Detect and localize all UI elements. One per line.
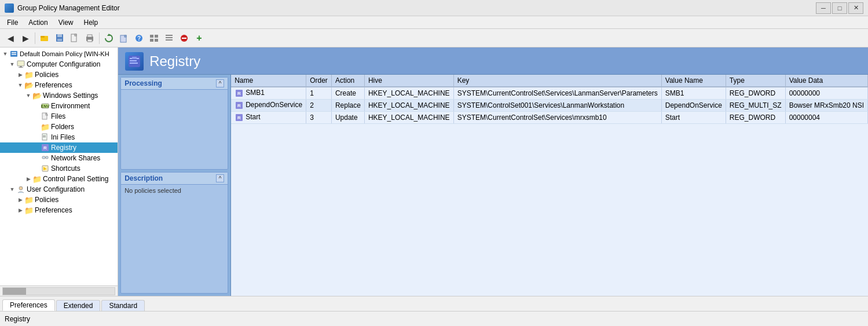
col-value-name[interactable]: Value Name bbox=[661, 75, 726, 87]
tree-item-folders[interactable]: 📁 Folders bbox=[0, 122, 118, 132]
tree-label-upol: Policies bbox=[35, 196, 58, 204]
close-button[interactable]: ✕ bbox=[848, 2, 863, 14]
svg-rect-40 bbox=[42, 156, 45, 159]
save-button[interactable] bbox=[53, 31, 67, 45]
menu-item-action[interactable]: Action bbox=[24, 17, 52, 28]
tree-hscrollbar[interactable] bbox=[0, 285, 118, 296]
open-button[interactable] bbox=[38, 31, 52, 45]
cell-name: RDependOnService bbox=[231, 100, 306, 112]
expand-icon-cp[interactable]: ▶ bbox=[24, 175, 32, 183]
tree-item-files[interactable]: Files bbox=[0, 111, 118, 122]
tree-item-user-preferences[interactable]: ▶ 📁 Preferences bbox=[0, 205, 118, 215]
content-area: Processing ^ Description ^ No policies s… bbox=[118, 75, 868, 296]
tree-item-preferences-cc[interactable]: ▼ 📂 Preferences bbox=[0, 80, 118, 90]
tree-item-user-policies[interactable]: ▶ 📁 Policies bbox=[0, 195, 118, 205]
svg-rect-17 bbox=[150, 39, 153, 42]
svg-rect-1 bbox=[41, 36, 45, 38]
left-panel: ▼ Default Domain Policy [WIN-KH ▼ Comput… bbox=[0, 47, 118, 296]
tree-item-control-panel[interactable]: ▶ 📁 Control Panel Setting bbox=[0, 174, 118, 184]
refresh-button[interactable] bbox=[102, 31, 116, 45]
svg-text:R: R bbox=[43, 145, 47, 151]
registry-title: Registry bbox=[149, 53, 200, 69]
menu-item-help[interactable]: Help bbox=[79, 17, 103, 28]
expand-icon-cc[interactable]: ▼ bbox=[8, 60, 16, 68]
table-row[interactable]: RSMB1 1 Create HKEY_LOCAL_MACHINE SYSTEM… bbox=[231, 87, 867, 100]
expand-icon-uc[interactable]: ▼ bbox=[8, 185, 16, 193]
expand-icon-pol[interactable]: ▶ bbox=[16, 71, 24, 79]
tab-preferences[interactable]: Preferences bbox=[2, 299, 55, 311]
svg-rect-28 bbox=[17, 61, 24, 66]
tree-label-files: Files bbox=[51, 112, 65, 120]
description-section: Description ^ No policies selected bbox=[120, 172, 228, 294]
add-button[interactable]: + bbox=[192, 31, 206, 45]
hscroll-thumb[interactable] bbox=[3, 288, 26, 295]
new-button[interactable] bbox=[68, 31, 82, 45]
print-button[interactable] bbox=[83, 31, 97, 45]
status-text: Registry bbox=[5, 315, 30, 323]
right-panel: Registry Processing ^ Descripti bbox=[118, 47, 868, 296]
status-bar: Registry bbox=[0, 311, 868, 326]
tree-item-user-config[interactable]: ▼ User Configuration bbox=[0, 184, 118, 195]
processing-collapse-btn[interactable]: ^ bbox=[216, 79, 224, 87]
svg-rect-36 bbox=[43, 135, 46, 136]
cell-action: Create bbox=[331, 87, 364, 100]
tree-item-registry[interactable]: R Registry bbox=[0, 142, 118, 153]
tree-item-shortcuts[interactable]: Shortcuts bbox=[0, 163, 118, 174]
expand-icon-root[interactable]: ▼ bbox=[1, 50, 9, 58]
col-value-data[interactable]: Value Data bbox=[785, 75, 867, 87]
col-hive[interactable]: Hive bbox=[364, 75, 453, 87]
col-name[interactable]: Name bbox=[231, 75, 306, 87]
cell-order: 1 bbox=[306, 87, 332, 100]
maximize-button[interactable]: □ bbox=[832, 2, 847, 14]
menu-item-view[interactable]: View bbox=[54, 17, 78, 28]
hscroll-track[interactable] bbox=[2, 287, 115, 295]
menu-item-file[interactable]: File bbox=[2, 17, 23, 28]
tree-label-cc: Computer Configuration bbox=[27, 60, 100, 68]
col-type[interactable]: Type bbox=[726, 75, 785, 87]
expand-icon-sc bbox=[32, 164, 41, 173]
expand-icon-upref[interactable]: ▶ bbox=[16, 206, 24, 214]
table-row[interactable]: RDependOnService 2 Replace HKEY_LOCAL_MA… bbox=[231, 100, 867, 112]
details-button[interactable] bbox=[162, 31, 176, 45]
col-action[interactable]: Action bbox=[331, 75, 364, 87]
tree-item-policies[interactable]: ▶ 📁 Policies bbox=[0, 69, 118, 80]
col-key[interactable]: Key bbox=[453, 75, 661, 87]
tree-item-root[interactable]: ▼ Default Domain Policy [WIN-KH bbox=[0, 49, 118, 59]
table-row[interactable]: RStart 3 Update HKEY_LOCAL_MACHINE SYSTE… bbox=[231, 112, 867, 124]
block-button[interactable] bbox=[177, 31, 191, 45]
tab-extended[interactable]: Extended bbox=[56, 300, 101, 311]
svg-text:R: R bbox=[237, 103, 241, 108]
col-order[interactable]: Order bbox=[306, 75, 332, 87]
svg-rect-8 bbox=[87, 35, 92, 37]
cell-type: REG_MULTI_SZ bbox=[726, 100, 785, 112]
tree-item-network-shares[interactable]: Network Shares bbox=[0, 153, 118, 163]
view-button[interactable] bbox=[147, 31, 161, 45]
description-collapse-btn[interactable]: ^ bbox=[216, 174, 224, 182]
tree-label-sc: Shortcuts bbox=[51, 164, 80, 173]
folder-icon-ws: 📂 bbox=[32, 91, 42, 100]
tree-item-computer-config[interactable]: ▼ Computer Configuration bbox=[0, 59, 118, 69]
cell-name: RStart bbox=[231, 112, 306, 124]
forward-button[interactable]: ▶ bbox=[19, 31, 32, 45]
export-button[interactable] bbox=[117, 31, 131, 45]
registry-icon: R bbox=[41, 143, 50, 152]
folder-icon-upref: 📁 bbox=[24, 206, 34, 215]
svg-rect-27 bbox=[12, 54, 16, 55]
help-button[interactable]: ? bbox=[132, 31, 146, 45]
expand-icon-ws[interactable]: ▼ bbox=[24, 91, 32, 100]
back-button[interactable]: ◀ bbox=[3, 31, 17, 45]
main-area: ▼ Default Domain Policy [WIN-KH ▼ Comput… bbox=[0, 47, 868, 296]
cell-action: Replace bbox=[331, 100, 364, 112]
tree-item-ini-files[interactable]: Ini Files bbox=[0, 132, 118, 142]
tree-item-environment[interactable]: ENV Environment bbox=[0, 101, 118, 111]
tab-standard[interactable]: Standard bbox=[101, 300, 145, 311]
tree-item-windows-settings[interactable]: ▼ 📂 Windows Settings bbox=[0, 90, 118, 101]
expand-icon-pref-cc[interactable]: ▼ bbox=[16, 81, 24, 89]
minimize-button[interactable]: ─ bbox=[816, 2, 831, 14]
table-header-row: Name Order Action Hive Key Value Name Ty… bbox=[231, 75, 867, 87]
title-bar: Group Policy Management Editor ─ □ ✕ bbox=[0, 0, 868, 16]
expand-icon-upol[interactable]: ▶ bbox=[16, 196, 24, 204]
cell-value-data: 00000000 bbox=[785, 87, 867, 100]
tree-label-env: Environment bbox=[51, 102, 90, 110]
tree-view[interactable]: ▼ Default Domain Policy [WIN-KH ▼ Comput… bbox=[0, 47, 118, 285]
